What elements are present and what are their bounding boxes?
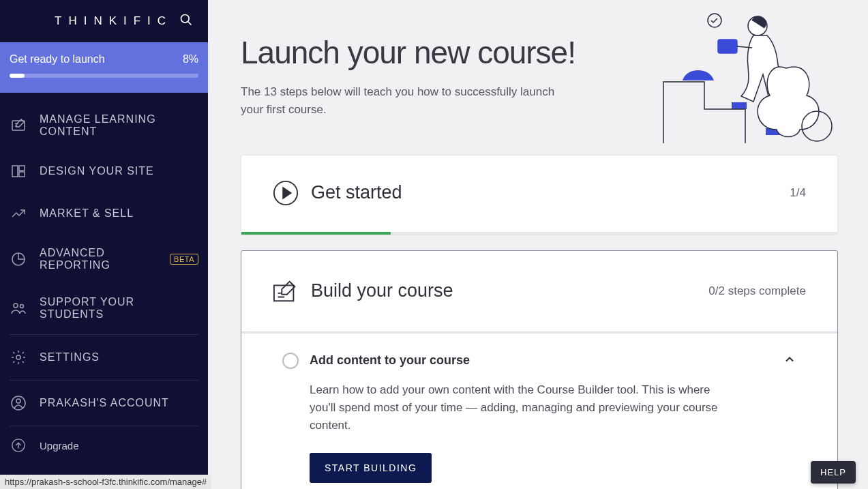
launch-banner-label: Get ready to launch (10, 53, 105, 65)
page-title: Launch your new course! (241, 34, 838, 71)
sidebar-header: THINKIFIC (0, 0, 208, 42)
hero-illustration (650, 0, 868, 143)
brand-logo: THINKIFIC (55, 14, 173, 28)
svg-point-8 (20, 305, 24, 308)
nav-separator (10, 426, 198, 426)
svg-point-14 (708, 14, 721, 27)
card-count: 0/2 steps complete (708, 284, 806, 298)
nav-separator (10, 334, 198, 335)
launch-banner-percent: 8% (183, 53, 198, 65)
sidebar-item-design[interactable]: DESIGN YOUR SITE (0, 150, 208, 192)
step-description: Learn how to add your own content with t… (282, 381, 719, 435)
card-build-course: Build your course 0/2 steps complete Add… (241, 250, 838, 489)
card-title: Get started (311, 182, 790, 203)
svg-line-1 (188, 22, 192, 25)
card-count: 1/4 (790, 186, 806, 200)
build-icon (273, 278, 299, 304)
sidebar-item-reporting[interactable]: ADVANCED REPORTING BETA (0, 235, 208, 284)
nav-separator (10, 380, 198, 381)
step-status-circle (282, 353, 299, 369)
help-button[interactable]: HELP (811, 461, 856, 484)
launch-progress-bar (10, 74, 198, 78)
sidebar-item-label: DESIGN YOUR SITE (40, 165, 154, 177)
sidebar-nav: MANAGE LEARNING CONTENT DESIGN YOUR SITE… (0, 93, 208, 489)
launch-progress-bar-fill (10, 74, 25, 78)
sidebar-item-learning[interactable]: MANAGE LEARNING CONTENT (0, 101, 208, 150)
sidebar-item-market[interactable]: MARKET & SELL (0, 192, 208, 235)
sidebar-item-label: ADVANCED REPORTING (40, 247, 163, 271)
account-icon (10, 394, 27, 412)
svg-point-7 (14, 303, 18, 308)
svg-rect-3 (12, 166, 18, 177)
svg-point-9 (16, 355, 20, 359)
launch-progress-banner[interactable]: Get ready to launch 8% (0, 42, 208, 93)
svg-marker-19 (283, 188, 290, 198)
search-icon[interactable] (179, 13, 193, 29)
reporting-icon (10, 250, 27, 268)
sidebar: THINKIFIC Get ready to launch 8% MANAGE … (0, 0, 208, 489)
card-get-started[interactable]: Get started 1/4 (241, 155, 838, 235)
chevron-up-icon (783, 353, 796, 369)
sidebar-item-settings[interactable]: SETTINGS (0, 336, 208, 379)
browser-statusbar-url: https://prakash-s-school-f3fc.thinkific.… (0, 475, 211, 489)
card-progress-bar (241, 232, 837, 235)
svg-point-11 (16, 399, 20, 403)
sidebar-item-label: SUPPORT YOUR STUDENTS (40, 296, 198, 321)
sidebar-item-label: SETTINGS (40, 351, 100, 364)
upgrade-icon (10, 436, 27, 454)
card-title: Build your course (311, 280, 708, 301)
svg-rect-5 (19, 172, 25, 177)
svg-point-15 (748, 16, 767, 35)
learning-icon (10, 117, 27, 134)
sidebar-item-account[interactable]: PRAKASH'S ACCOUNT (0, 382, 208, 424)
gear-icon (10, 349, 27, 366)
sidebar-item-label: PRAKASH'S ACCOUNT (40, 397, 169, 409)
step-title: Add content to your course (310, 353, 783, 368)
card-header[interactable]: Build your course 0/2 steps complete (241, 251, 837, 332)
main-area: Launch your new course! The 13 steps bel… (208, 0, 868, 489)
start-building-button[interactable]: START BUILDING (310, 453, 432, 483)
step-header[interactable]: Add content to your course (282, 353, 796, 369)
design-icon (10, 162, 27, 180)
sidebar-item-label: MANAGE LEARNING CONTENT (40, 113, 198, 138)
svg-point-0 (181, 15, 190, 23)
svg-rect-4 (19, 166, 25, 171)
sidebar-item-label: Upgrade (40, 440, 79, 451)
step-add-content: Add content to your course Learn how to … (241, 334, 837, 489)
support-icon (10, 299, 27, 317)
sidebar-item-label: MARKET & SELL (40, 207, 134, 220)
market-icon (10, 205, 27, 222)
play-icon (273, 180, 299, 206)
card-progress-bar-fill (241, 232, 391, 235)
svg-point-17 (802, 111, 832, 141)
sidebar-item-upgrade[interactable]: Upgrade (0, 428, 208, 463)
beta-badge: BETA (170, 254, 198, 265)
page-subtitle: The 13 steps below will teach you how to… (241, 83, 568, 119)
sidebar-item-support[interactable]: SUPPORT YOUR STUDENTS (0, 284, 208, 333)
